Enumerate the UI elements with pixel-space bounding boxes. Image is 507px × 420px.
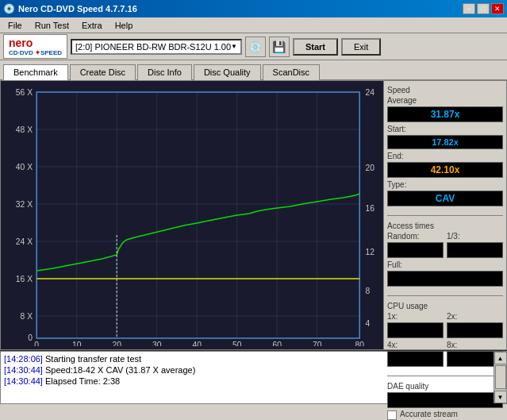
svg-text:16 X: 16 X — [16, 275, 33, 283]
svg-text:12: 12 — [365, 248, 374, 256]
log-time-3: [14:30:44] — [4, 376, 43, 386]
log-area: [14:28:06] Starting transfer rate test [… — [0, 350, 507, 404]
x4-label: 4x: — [387, 341, 444, 349]
log-text-3: Elapsed Time: 2:38 — [45, 376, 120, 386]
access-times-title: Access times — [387, 222, 503, 230]
x2-label: 2x: — [447, 312, 503, 321]
chart-area: 56 X 48 X 40 X 32 X 24 X 16 X 8 X 0 24 2… — [1, 81, 383, 349]
menu-run-test[interactable]: Run Test — [29, 19, 75, 32]
start-value: 17.82x — [387, 135, 503, 149]
benchmark-chart: 56 X 48 X 40 X 32 X 24 X 16 X 8 X 0 24 2… — [4, 84, 380, 346]
dropdown-arrow-icon: ▼ — [231, 43, 237, 50]
maximize-button[interactable]: □ — [477, 3, 490, 14]
tab-benchmark[interactable]: Benchmark — [3, 64, 68, 80]
log-content: [14:28:06] Starting transfer rate test [… — [1, 352, 494, 403]
start-button[interactable]: Start — [293, 38, 338, 56]
log-text-1: Starting transfer rate test — [45, 354, 141, 364]
type-label: Type: — [387, 180, 503, 189]
x1-label: 1x: — [387, 312, 444, 321]
right-panel: Speed Average 31.87x Start: 17.82x End: … — [383, 81, 506, 349]
tab-disc-quality[interactable]: Disc Quality — [194, 64, 261, 80]
random-value — [387, 242, 444, 258]
scrollbar-thumb[interactable] — [495, 365, 506, 389]
window-title: 💿 Nero CD-DVD Speed 4.7.7.16 — [3, 3, 137, 14]
divider-1 — [387, 215, 503, 216]
accurate-stream-label: Accurate stream — [400, 410, 458, 418]
svg-text:10: 10 — [72, 341, 82, 346]
drive-icon: 💿 — [248, 40, 262, 53]
svg-text:8: 8 — [365, 287, 370, 295]
svg-text:48 X: 48 X — [16, 125, 33, 134]
svg-text:20: 20 — [365, 164, 374, 172]
menu-bar: File Run Test Extra Help — [0, 17, 507, 33]
svg-text:80: 80 — [355, 341, 365, 346]
svg-text:30: 30 — [152, 341, 162, 346]
x8-label: 8x: — [447, 341, 503, 349]
log-line-1: [14:28:06] Starting transfer rate test — [4, 353, 490, 364]
tab-create-disc[interactable]: Create Disc — [70, 64, 136, 80]
svg-text:8 X: 8 X — [21, 312, 33, 321]
drive-selector[interactable]: [2:0] PIONEER BD-RW BDR-S12U 1.00 ▼ — [71, 39, 242, 55]
nero-logo: nero — [9, 37, 62, 49]
svg-text:20: 20 — [112, 341, 121, 346]
svg-text:24: 24 — [365, 88, 374, 97]
menu-file[interactable]: File — [2, 19, 29, 32]
main-content: 56 X 48 X 40 X 32 X 24 X 16 X 8 X 0 24 2… — [0, 80, 507, 350]
average-value: 31.87x — [387, 106, 503, 122]
scrollbar-track — [494, 364, 506, 391]
access-times-section: Access times Random: 1/3: Full: — [387, 222, 503, 287]
log-time-2: [14:30:44] — [4, 365, 43, 375]
accurate-stream-row: Accurate stream — [387, 410, 503, 420]
svg-text:0: 0 — [28, 333, 33, 342]
full-label: Full: — [387, 260, 503, 269]
close-button[interactable]: ✕ — [491, 3, 504, 14]
end-label: End: — [387, 152, 503, 160]
type-value: CAV — [387, 191, 503, 206]
start-label: Start: — [387, 125, 503, 133]
cpu-row-1: 1x: 2x: — [387, 312, 503, 338]
access-random-row: Random: 1/3: — [387, 232, 503, 258]
save-button[interactable]: 💾 — [269, 37, 290, 57]
tab-disc-info[interactable]: Disc Info — [137, 64, 192, 80]
accurate-stream-checkbox[interactable] — [387, 410, 397, 420]
svg-rect-0 — [4, 84, 380, 346]
x2-value — [447, 322, 503, 338]
x1-value — [387, 322, 444, 338]
menu-help[interactable]: Help — [109, 19, 140, 32]
nero-sub-logo: CD·DVD ✦SPEED — [9, 49, 62, 56]
exit-button[interactable]: Exit — [341, 38, 381, 56]
svg-text:0: 0 — [34, 341, 39, 346]
window-controls[interactable]: − □ ✕ — [463, 3, 504, 14]
scrollbar-up-button[interactable]: ▲ — [494, 352, 507, 364]
log-text-2: Speed:18-42 X CAV (31.87 X average) — [45, 365, 195, 375]
svg-text:50: 50 — [232, 341, 242, 346]
tab-bar: Benchmark Create Disc Disc Info Disc Qua… — [0, 60, 507, 80]
svg-text:24 X: 24 X — [16, 237, 33, 246]
minimize-button[interactable]: − — [463, 3, 475, 14]
svg-text:40 X: 40 X — [16, 163, 33, 171]
onethird-value — [447, 242, 503, 258]
toolbar: nero CD·DVD ✦SPEED [2:0] PIONEER BD-RW B… — [0, 33, 507, 60]
scrollbar-down-button[interactable]: ▼ — [494, 391, 507, 403]
log-scrollbar[interactable]: ▲ ▼ — [494, 352, 506, 403]
average-label: Average — [387, 96, 503, 105]
svg-text:56 X: 56 X — [16, 88, 33, 97]
onethird-label: 1/3: — [447, 232, 503, 241]
speed-title: Speed — [387, 86, 503, 94]
random-label: Random: — [387, 232, 444, 241]
drive-info-button[interactable]: 💿 — [245, 37, 266, 57]
cpu-usage-title: CPU usage — [387, 302, 503, 310]
svg-text:4: 4 — [365, 319, 370, 328]
log-line-3: [14:30:44] Elapsed Time: 2:38 — [4, 376, 490, 387]
log-line-2: [14:30:44] Speed:18-42 X CAV (31.87 X av… — [4, 364, 490, 376]
speed-section: Speed Average 31.87x Start: 17.82x End: … — [387, 86, 503, 206]
svg-text:70: 70 — [313, 341, 322, 346]
save-icon: 💾 — [272, 40, 286, 53]
log-time-1: [14:28:06] — [4, 354, 43, 364]
divider-2 — [387, 295, 503, 296]
svg-text:40: 40 — [192, 341, 202, 346]
menu-extra[interactable]: Extra — [75, 19, 109, 32]
title-bar: 💿 Nero CD-DVD Speed 4.7.7.16 − □ ✕ — [0, 0, 507, 17]
tab-scan-disc[interactable]: ScanDisc — [263, 64, 320, 80]
end-value: 42.10x — [387, 162, 503, 178]
